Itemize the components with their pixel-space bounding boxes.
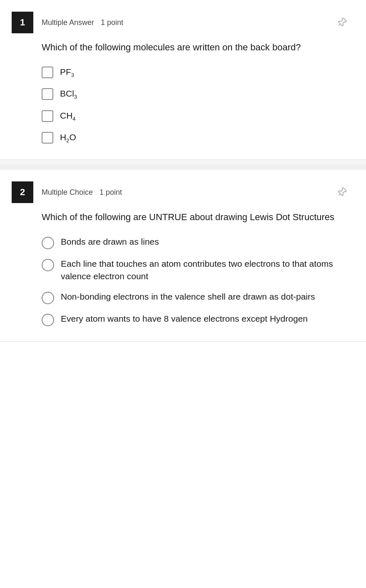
option-label-q2-a: Bonds are drawn as lines (61, 236, 159, 248)
option-q1-bcl3[interactable]: BCl3 (42, 87, 349, 101)
page: 1 Multiple Answer 1 point Which of the f… (0, 0, 366, 342)
question-2-header: 2 Multiple Choice 1 point (12, 181, 349, 203)
pin-icon-1[interactable] (331, 12, 353, 33)
option-q1-pf3[interactable]: PF3 (42, 66, 349, 79)
checkbox-q1-ch4[interactable] (42, 110, 53, 122)
option-label-q1-pf3: PF3 (60, 66, 74, 79)
question-2-card: 2 Multiple Choice 1 point Which of the f… (0, 170, 366, 342)
radio-q2-a[interactable] (42, 237, 54, 249)
radio-q2-b[interactable] (42, 259, 54, 271)
radio-q2-c[interactable] (42, 292, 54, 304)
option-label-q2-d: Every atom wants to have 8 valence elect… (61, 313, 308, 325)
question-1-options: PF3 BCl3 CH4 H2O (12, 66, 349, 145)
question-2-text: Which of the following are UNTRUE about … (12, 211, 349, 224)
option-q2-c[interactable]: Non-bonding electrons in the valence she… (42, 290, 349, 304)
question-2-number: 2 (12, 181, 33, 203)
question-1-card: 1 Multiple Answer 1 point Which of the f… (0, 0, 366, 160)
question-1-text: Which of the following molecules are wri… (12, 41, 349, 54)
checkbox-q1-bcl3[interactable] (42, 88, 53, 100)
checkbox-q1-pf3[interactable] (42, 67, 53, 78)
option-q2-a[interactable]: Bonds are drawn as lines (42, 236, 349, 249)
option-q1-h2o[interactable]: H2O (42, 131, 349, 144)
option-label-q1-bcl3: BCl3 (60, 87, 77, 101)
option-label-q1-h2o: H2O (60, 131, 76, 144)
question-divider (0, 165, 366, 170)
checkbox-q1-h2o[interactable] (42, 132, 53, 144)
option-label-q2-b: Each line that touches an atom contribut… (61, 258, 349, 282)
option-label-q1-ch4: CH4 (60, 109, 76, 123)
question-2-points: 1 point (100, 188, 122, 197)
radio-q2-d[interactable] (42, 314, 54, 326)
question-2-options: Bonds are drawn as lines Each line that … (12, 236, 349, 326)
question-1-meta: Multiple Answer 1 point (42, 18, 334, 27)
question-2-type: Multiple Choice (42, 188, 93, 197)
svg-line-1 (339, 194, 341, 196)
question-1-header: 1 Multiple Answer 1 point (12, 12, 349, 33)
question-2-meta: Multiple Choice 1 point (42, 188, 334, 197)
option-q2-d[interactable]: Every atom wants to have 8 valence elect… (42, 313, 349, 326)
option-q2-b[interactable]: Each line that touches an atom contribut… (42, 258, 349, 282)
question-1-number: 1 (12, 12, 33, 33)
option-label-q2-c: Non-bonding electrons in the valence she… (61, 290, 315, 303)
question-1-type: Multiple Answer (42, 18, 94, 27)
question-1-points: 1 point (101, 18, 123, 27)
option-q1-ch4[interactable]: CH4 (42, 109, 349, 123)
pin-icon-2[interactable] (331, 182, 353, 203)
